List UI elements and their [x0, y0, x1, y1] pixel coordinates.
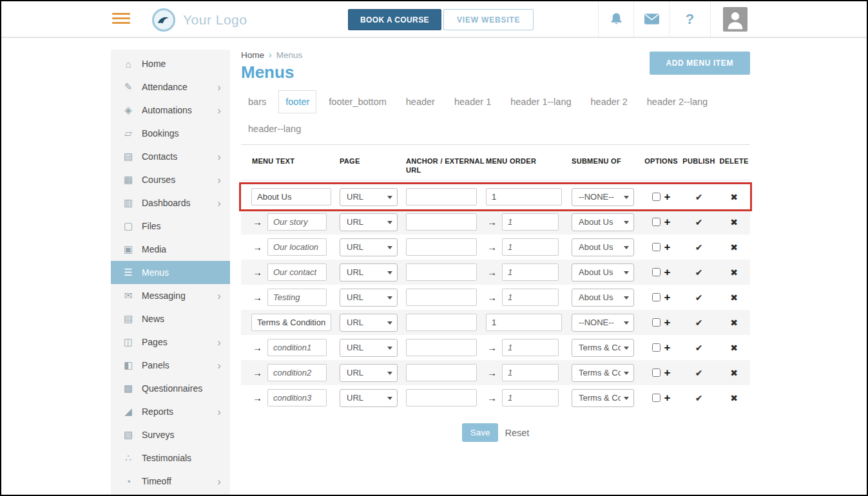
- options-checkbox[interactable]: [652, 318, 661, 327]
- menu-text-input[interactable]: [251, 314, 331, 331]
- delete-x-icon[interactable]: ✖: [730, 192, 738, 202]
- delete-x-icon[interactable]: ✖: [730, 217, 738, 227]
- submenu-of-select[interactable]: --NONE--: [572, 188, 634, 206]
- profile-button[interactable]: [710, 1, 759, 37]
- inbox-button[interactable]: [633, 1, 669, 37]
- sidebar-item-dashboards[interactable]: ▥ Dashboards ›: [111, 191, 230, 215]
- help-button[interactable]: ?: [669, 1, 710, 37]
- page-select[interactable]: URL: [340, 289, 398, 307]
- delete-x-icon[interactable]: ✖: [730, 343, 738, 353]
- menu-order-input[interactable]: [502, 213, 559, 231]
- sidebar-item-menus[interactable]: ☰ Menus: [111, 261, 230, 284]
- delete-x-icon[interactable]: ✖: [730, 318, 738, 328]
- menu-order-input[interactable]: [502, 389, 559, 406]
- anchor-url-input[interactable]: [406, 213, 477, 231]
- publish-check-icon[interactable]: ✔: [695, 217, 703, 227]
- menu-order-input[interactable]: [502, 339, 559, 356]
- menu-text-input[interactable]: [267, 389, 327, 406]
- options-checkbox[interactable]: [652, 218, 661, 226]
- sidebar-item-reports[interactable]: ◢ Reports ›: [111, 400, 230, 423]
- options-checkbox[interactable]: [652, 343, 661, 352]
- delete-x-icon[interactable]: ✖: [730, 267, 738, 278]
- anchor-url-input[interactable]: [406, 263, 477, 281]
- options-checkbox[interactable]: [652, 394, 661, 402]
- menu-order-input[interactable]: [486, 188, 562, 205]
- add-option-icon[interactable]: +: [664, 342, 671, 353]
- book-a-course-button[interactable]: BOOK A COURSE: [348, 9, 441, 30]
- add-option-icon[interactable]: +: [664, 242, 671, 253]
- anchor-url-input[interactable]: [406, 389, 477, 406]
- menu-text-input[interactable]: [267, 364, 327, 381]
- add-option-icon[interactable]: +: [664, 392, 671, 403]
- tab-header-lang[interactable]: header--lang: [241, 117, 308, 140]
- anchor-url-input[interactable]: [406, 339, 477, 356]
- anchor-url-input[interactable]: [406, 188, 477, 205]
- publish-check-icon[interactable]: ✔: [695, 192, 703, 202]
- sidebar-item-news[interactable]: ▤ News: [111, 307, 230, 330]
- submenu-of-select[interactable]: About Us: [572, 238, 634, 256]
- sidebar-item-bookings[interactable]: ▱ Bookings: [111, 122, 230, 145]
- sidebar-item-testimonials[interactable]: ∴ Testimonials: [111, 446, 230, 470]
- add-option-icon[interactable]: +: [664, 267, 671, 278]
- sidebar-item-timeoff[interactable]: ◔ Timeoff ›: [111, 470, 230, 493]
- menu-order-input[interactable]: [486, 314, 562, 331]
- menu-text-input[interactable]: [267, 213, 327, 231]
- delete-x-icon[interactable]: ✖: [730, 292, 738, 303]
- publish-check-icon[interactable]: ✔: [695, 368, 703, 378]
- page-select[interactable]: URL: [340, 339, 398, 357]
- publish-check-icon[interactable]: ✔: [695, 242, 703, 253]
- delete-x-icon[interactable]: ✖: [730, 393, 738, 403]
- delete-x-icon[interactable]: ✖: [730, 368, 738, 378]
- publish-check-icon[interactable]: ✔: [695, 343, 703, 353]
- submenu-of-select[interactable]: Terms & Cc: [572, 339, 634, 357]
- sidebar-item-courses[interactable]: ▦ Courses ›: [111, 168, 230, 191]
- sidebar-item-contacts[interactable]: ▤ Contacts ›: [111, 145, 230, 168]
- hamburger-menu-icon[interactable]: [112, 13, 130, 26]
- notifications-button[interactable]: [598, 1, 633, 37]
- page-select[interactable]: URL: [340, 314, 398, 332]
- sidebar-item-automations[interactable]: ◈ Automations ›: [111, 99, 230, 122]
- options-checkbox[interactable]: [652, 193, 661, 201]
- page-select[interactable]: URL: [340, 389, 398, 407]
- tab-header-1-lang[interactable]: header 1--lang: [503, 90, 578, 113]
- options-checkbox[interactable]: [652, 368, 661, 377]
- tab-header[interactable]: header: [399, 90, 442, 113]
- publish-check-icon[interactable]: ✔: [695, 267, 703, 278]
- sidebar-item-files[interactable]: ▢ Files: [111, 215, 230, 238]
- tab-footer-bottom[interactable]: footer_bottom: [322, 90, 393, 113]
- menu-order-input[interactable]: [502, 263, 559, 281]
- menu-text-input[interactable]: [267, 339, 327, 356]
- menu-order-input[interactable]: [502, 238, 559, 256]
- menu-text-input[interactable]: [267, 263, 327, 281]
- breadcrumb-home-link[interactable]: Home: [241, 50, 264, 60]
- sidebar-item-surveys[interactable]: ▧ Surveys: [111, 423, 230, 446]
- menu-order-input[interactable]: [502, 289, 559, 306]
- add-option-icon[interactable]: +: [664, 292, 671, 303]
- menu-order-input[interactable]: [502, 364, 559, 381]
- submenu-of-select[interactable]: About Us: [572, 263, 634, 281]
- tab-header-1[interactable]: header 1: [447, 90, 498, 113]
- submenu-of-select[interactable]: About Us: [572, 289, 634, 307]
- options-checkbox[interactable]: [652, 243, 661, 251]
- add-menu-item-button[interactable]: ADD MENU ITEM: [650, 52, 750, 75]
- save-button[interactable]: Save: [462, 423, 499, 442]
- submenu-of-select[interactable]: --NONE--: [572, 314, 634, 332]
- anchor-url-input[interactable]: [406, 238, 477, 256]
- reset-button[interactable]: Reset: [505, 428, 529, 438]
- page-select[interactable]: URL: [340, 213, 398, 231]
- page-select[interactable]: URL: [340, 188, 398, 206]
- submenu-of-select[interactable]: Terms & Cc: [572, 364, 634, 382]
- publish-check-icon[interactable]: ✔: [695, 318, 703, 328]
- page-select[interactable]: URL: [340, 238, 398, 256]
- menu-text-input[interactable]: [267, 238, 327, 256]
- add-option-icon[interactable]: +: [664, 367, 671, 378]
- sidebar-item-questionnaires[interactable]: ▩ Questionnaires: [111, 377, 230, 400]
- page-select[interactable]: URL: [340, 364, 398, 382]
- publish-check-icon[interactable]: ✔: [695, 292, 703, 303]
- anchor-url-input[interactable]: [406, 289, 477, 306]
- publish-check-icon[interactable]: ✔: [695, 393, 703, 403]
- submenu-of-select[interactable]: About Us: [572, 213, 634, 231]
- menu-text-input[interactable]: [267, 289, 327, 306]
- sidebar-item-panels[interactable]: ◧ Panels ›: [111, 354, 230, 377]
- page-select[interactable]: URL: [340, 263, 398, 281]
